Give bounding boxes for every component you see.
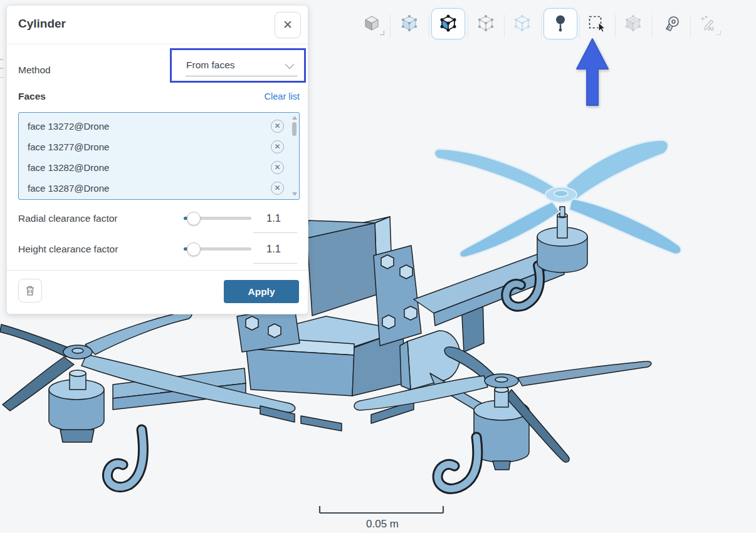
radial-clearance-slider[interactable] <box>184 217 251 220</box>
face-item-label: face 13277@Drone <box>28 142 109 152</box>
tool-solid-model[interactable] <box>355 8 389 39</box>
trash-icon <box>24 284 36 297</box>
toolbar-separator <box>504 14 505 38</box>
mesh-cube-icon <box>622 13 644 34</box>
cube-topology-icon <box>438 13 459 34</box>
faces-label: Faces <box>18 91 46 102</box>
tool-ai-annotate: AI <box>691 8 725 39</box>
clear-list-button[interactable]: Clear list <box>265 91 300 101</box>
shaded-cube-vertices-icon <box>399 13 420 34</box>
chevron-down-icon <box>285 60 294 69</box>
remove-face-button[interactable]: ✕ <box>271 182 284 195</box>
remove-face-button[interactable]: ✕ <box>271 120 284 133</box>
remove-face-button[interactable]: ✕ <box>271 140 284 153</box>
toolbar-separator <box>541 14 542 38</box>
method-value: From faces <box>186 60 235 71</box>
tool-shaded-model[interactable] <box>392 8 426 39</box>
face-item-label: face 13282@Drone <box>28 162 109 173</box>
remove-face-button[interactable]: ✕ <box>271 161 284 174</box>
height-clearance-label: Height clearance factor <box>18 244 118 255</box>
scale-bar-label: 0.05 m <box>313 518 451 530</box>
toolbar-separator <box>615 14 616 38</box>
toolbar-separator <box>468 14 468 38</box>
scroll-up-icon[interactable] <box>292 116 297 120</box>
height-clearance-slider[interactable] <box>184 247 251 251</box>
faces-list: face 13272@Drone ✕ face 13277@Drone ✕ fa… <box>18 112 300 200</box>
footer-divider <box>7 270 308 271</box>
faces-scrollbar[interactable] <box>291 114 298 198</box>
apply-button[interactable]: Apply <box>224 280 299 303</box>
tool-measure[interactable] <box>655 8 689 39</box>
face-list-item[interactable]: face 13282@Drone ✕ <box>19 157 299 178</box>
dialog-header: Cylinder ✕ <box>7 6 308 44</box>
remove-icon: ✕ <box>274 122 280 130</box>
radial-clearance-value[interactable]: 1.1 <box>266 212 281 224</box>
method-dropdown[interactable]: From faces <box>172 50 304 81</box>
delete-button[interactable] <box>18 279 42 303</box>
remove-icon: ✕ <box>274 163 280 172</box>
height-clearance-value[interactable]: 1.1 <box>266 243 281 255</box>
tool-light-wireframe[interactable] <box>505 8 539 39</box>
landing-hooks <box>107 430 477 489</box>
radial-clearance-label: Radial clearance factor <box>18 213 118 224</box>
close-icon: ✕ <box>283 18 293 31</box>
slider-knob[interactable] <box>187 242 201 256</box>
toolbar-separator <box>690 14 691 38</box>
light-wireframe-cube-icon <box>512 13 533 34</box>
wireframe-vertices-icon <box>475 13 496 34</box>
face-list-item[interactable]: face 13272@Drone ✕ <box>19 116 299 137</box>
value-underline <box>253 232 297 233</box>
measure-tape-icon <box>661 13 683 34</box>
annotation-up-arrow <box>572 36 613 111</box>
slider-knob[interactable] <box>187 212 201 225</box>
method-focus-outline: From faces <box>170 48 306 83</box>
view-toolbar: AI <box>351 0 756 49</box>
tool-mesh-view <box>616 8 650 39</box>
remove-icon: ✕ <box>274 184 280 192</box>
face-item-label: face 13287@Drone <box>28 183 109 194</box>
toolbar-separator <box>429 14 429 38</box>
panel-resize-handle[interactable] <box>0 59 3 78</box>
close-button[interactable]: ✕ <box>275 12 301 38</box>
method-label: Method <box>18 65 51 76</box>
box-select-icon <box>586 13 607 34</box>
ai-annotate-icon: AI <box>698 13 719 34</box>
top-right-rotor[interactable] <box>414 207 587 326</box>
remove-icon: ✕ <box>274 142 280 151</box>
submenu-corner-icon <box>380 31 384 35</box>
toolbar-separator <box>652 14 653 38</box>
ai-label: AI <box>708 26 714 32</box>
submenu-corner-icon <box>717 31 721 35</box>
scale-bar: 0.05 m <box>313 503 451 519</box>
dropdown-underline <box>186 76 298 76</box>
toolbar-separator <box>390 14 391 38</box>
scroll-down-icon[interactable] <box>292 192 297 196</box>
cylinder-dialog: Cylinder ✕ Method From faces Faces Clear… <box>6 5 308 314</box>
tool-box-select[interactable] <box>580 8 614 39</box>
app: 0.05 m <box>0 0 756 533</box>
face-item-label: face 13272@Drone <box>28 121 109 132</box>
tool-topology-entities[interactable] <box>431 8 465 39</box>
scroll-thumb[interactable] <box>292 122 297 136</box>
tool-wireframe-vertices[interactable] <box>469 8 503 39</box>
value-underline <box>253 263 297 264</box>
solid-cube-icon <box>361 13 382 34</box>
tool-probe-point[interactable] <box>543 8 577 39</box>
dialog-title: Cylinder <box>18 17 66 31</box>
face-list-item[interactable]: face 13287@Drone ✕ <box>19 178 299 199</box>
scale-bar-line <box>313 503 451 517</box>
face-list-item[interactable]: face 13277@Drone ✕ <box>19 137 299 157</box>
probe-point-icon <box>550 13 571 34</box>
